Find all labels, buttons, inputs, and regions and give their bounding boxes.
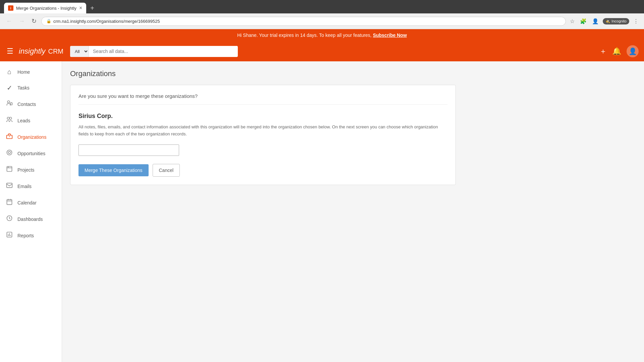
header-actions: ＋ 🔔 👤 xyxy=(599,45,639,57)
extensions-button[interactable]: 🧩 xyxy=(579,17,588,26)
sidebar-label-projects: Projects xyxy=(17,167,35,173)
sidebar-label-leads: Leads xyxy=(17,118,30,123)
tasks-icon: ✓ xyxy=(5,84,13,92)
svg-rect-12 xyxy=(7,199,12,204)
sidebar-item-opportunities[interactable]: Opportunities xyxy=(0,145,62,162)
sidebar-item-tasks[interactable]: ✓ Tasks xyxy=(0,80,62,96)
sidebar-label-emails: Emails xyxy=(17,184,32,189)
browser-actions: ☆ 🧩 👤 🕵 Incognito ⋮ xyxy=(569,17,640,26)
sidebar-item-projects[interactable]: Projects xyxy=(0,162,62,178)
refresh-button[interactable]: ↻ xyxy=(30,16,39,26)
sidebar-label-dashboards: Dashboards xyxy=(17,217,43,222)
crm-label: CRM xyxy=(48,48,63,55)
search-input[interactable] xyxy=(89,46,238,57)
sidebar-item-home[interactable]: ⌂ Home xyxy=(0,64,62,80)
tab-close-button[interactable]: × xyxy=(79,5,82,11)
sidebar-item-leads[interactable]: Leads xyxy=(0,112,62,129)
trial-banner: Hi Shane. Your trial expires in 14 days.… xyxy=(0,29,644,41)
incognito-icon: 🕵 xyxy=(605,19,610,23)
sidebar-item-dashboards[interactable]: Dashboards xyxy=(0,211,62,227)
browser-controls: ← → ↻ 🔒 crm.na1.insightly.com/Organisati… xyxy=(0,13,644,29)
notifications-button[interactable]: 🔔 xyxy=(612,47,621,56)
sidebar-label-opportunities: Opportunities xyxy=(17,151,45,156)
page-title: Organizations xyxy=(70,69,636,78)
svg-point-3 xyxy=(9,117,12,120)
org-name: Sirius Corp. xyxy=(78,113,447,120)
tab-title: Merge Organizations - Insightly xyxy=(16,6,76,11)
svg-point-6 xyxy=(7,150,12,155)
svg-point-7 xyxy=(8,152,11,154)
browser-tabs: i Merge Organizations - Insightly × + xyxy=(4,3,640,13)
active-tab[interactable]: i Merge Organizations - Insightly × xyxy=(4,3,86,13)
app-body: ⌂ Home ✓ Tasks Contacts Leads Organizati… xyxy=(0,61,644,362)
leads-icon xyxy=(5,116,13,125)
merge-question: Are you sure you want to merge these org… xyxy=(78,93,447,105)
user-avatar[interactable]: 👤 xyxy=(627,45,639,57)
svg-point-0 xyxy=(7,101,10,103)
sidebar-label-home: Home xyxy=(17,69,30,75)
svg-point-2 xyxy=(7,117,9,120)
search-area: All xyxy=(70,46,238,57)
hamburger-button[interactable]: ☰ xyxy=(5,46,15,57)
add-button[interactable]: ＋ xyxy=(599,46,607,56)
back-button[interactable]: ← xyxy=(4,16,14,26)
merge-target-input[interactable] xyxy=(78,144,179,156)
app-header: ☰ insightly CRM All ＋ 🔔 👤 xyxy=(0,41,644,61)
logo-area: insightly CRM xyxy=(19,47,63,56)
sidebar-label-tasks: Tasks xyxy=(17,85,30,90)
logo-text: insightly xyxy=(19,47,45,56)
button-actions: Merge These Organizations Cancel xyxy=(78,164,447,177)
address-bar[interactable]: 🔒 crm.na1.insightly.com/Organisations/me… xyxy=(41,17,566,26)
sidebar-item-contacts[interactable]: Contacts xyxy=(0,96,62,112)
tab-favicon: i xyxy=(8,5,13,11)
sidebar-item-emails[interactable]: Emails xyxy=(0,178,62,194)
forward-button[interactable]: → xyxy=(17,16,27,26)
calendar-icon xyxy=(5,198,13,207)
sidebar: ⌂ Home ✓ Tasks Contacts Leads Organizati… xyxy=(0,61,62,362)
dashboards-icon xyxy=(5,215,13,223)
incognito-label: Incognito xyxy=(611,19,627,23)
sidebar-item-reports[interactable]: Reports xyxy=(0,227,62,244)
merge-card: Are you sure you want to merge these org… xyxy=(70,85,456,185)
svg-rect-8 xyxy=(7,167,12,172)
main-content: Organizations Are you sure you want to m… xyxy=(62,61,644,362)
url-text: crm.na1.insightly.com/Organisations/merg… xyxy=(53,19,160,24)
search-category-dropdown[interactable]: All xyxy=(70,46,89,57)
home-icon: ⌂ xyxy=(5,68,13,76)
emails-icon xyxy=(5,182,13,190)
trial-message: Hi Shane. Your trial expires in 14 days.… xyxy=(237,33,373,38)
svg-rect-1 xyxy=(10,103,12,105)
sidebar-label-calendar: Calendar xyxy=(17,200,37,205)
projects-icon xyxy=(5,166,13,174)
incognito-badge: 🕵 Incognito xyxy=(603,18,629,24)
opportunities-icon xyxy=(5,149,13,158)
menu-button[interactable]: ⋮ xyxy=(632,17,640,26)
contacts-icon xyxy=(5,100,13,108)
organizations-icon xyxy=(5,133,13,141)
merge-button[interactable]: Merge These Organizations xyxy=(78,164,149,176)
reports-icon xyxy=(5,231,13,240)
lock-icon: 🔒 xyxy=(46,19,51,23)
sidebar-item-organizations[interactable]: Organizations xyxy=(0,129,62,145)
browser-chrome: i Merge Organizations - Insightly × + xyxy=(0,0,644,13)
sidebar-label-contacts: Contacts xyxy=(17,102,36,107)
cancel-button[interactable]: Cancel xyxy=(153,164,180,177)
sidebar-item-calendar[interactable]: Calendar xyxy=(0,194,62,211)
subscribe-link[interactable]: Subscribe Now xyxy=(373,33,407,38)
sidebar-label-organizations: Organizations xyxy=(17,134,46,140)
sidebar-label-reports: Reports xyxy=(17,233,34,238)
bookmark-button[interactable]: ☆ xyxy=(569,17,576,26)
profile-button[interactable]: 👤 xyxy=(591,17,600,26)
svg-rect-11 xyxy=(7,183,12,187)
new-tab-button[interactable]: + xyxy=(88,3,97,13)
org-description: All notes, files, emails, and contact in… xyxy=(78,124,447,138)
